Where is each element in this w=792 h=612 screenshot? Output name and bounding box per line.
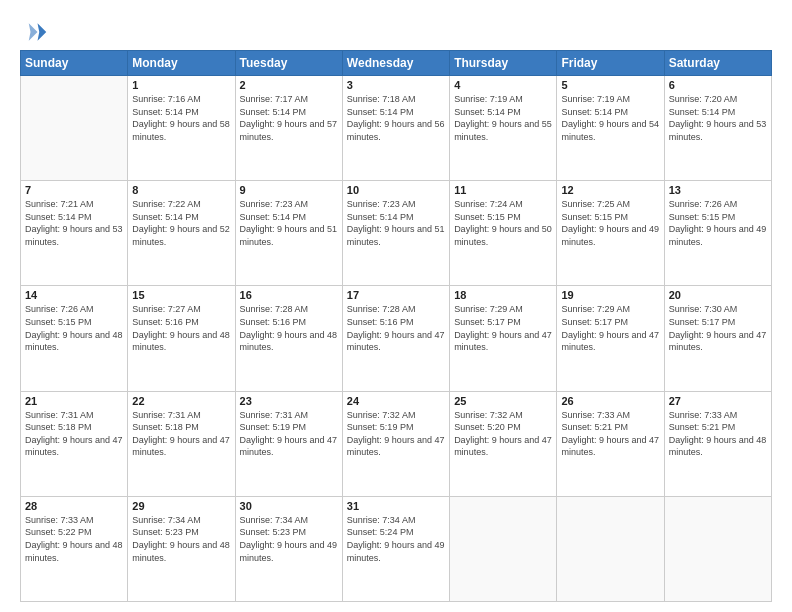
sun-info: Sunrise: 7:31 AM Sunset: 5:19 PM Dayligh… (240, 409, 338, 459)
calendar-cell: 9Sunrise: 7:23 AM Sunset: 5:14 PM Daylig… (235, 181, 342, 286)
day-number: 19 (561, 289, 659, 301)
calendar-header-tuesday: Tuesday (235, 51, 342, 76)
day-number: 7 (25, 184, 123, 196)
calendar-cell: 6Sunrise: 7:20 AM Sunset: 5:14 PM Daylig… (664, 76, 771, 181)
sun-info: Sunrise: 7:22 AM Sunset: 5:14 PM Dayligh… (132, 198, 230, 248)
day-number: 13 (669, 184, 767, 196)
calendar-cell (664, 496, 771, 601)
day-number: 28 (25, 500, 123, 512)
sun-info: Sunrise: 7:29 AM Sunset: 5:17 PM Dayligh… (561, 303, 659, 353)
calendar-cell (450, 496, 557, 601)
calendar-header-saturday: Saturday (664, 51, 771, 76)
calendar-week-row: 14Sunrise: 7:26 AM Sunset: 5:15 PM Dayli… (21, 286, 772, 391)
day-number: 29 (132, 500, 230, 512)
header (20, 18, 772, 46)
sun-info: Sunrise: 7:20 AM Sunset: 5:14 PM Dayligh… (669, 93, 767, 143)
day-number: 20 (669, 289, 767, 301)
day-number: 27 (669, 395, 767, 407)
calendar-header-friday: Friday (557, 51, 664, 76)
day-number: 8 (132, 184, 230, 196)
day-number: 25 (454, 395, 552, 407)
sun-info: Sunrise: 7:26 AM Sunset: 5:15 PM Dayligh… (669, 198, 767, 248)
sun-info: Sunrise: 7:28 AM Sunset: 5:16 PM Dayligh… (240, 303, 338, 353)
sun-info: Sunrise: 7:34 AM Sunset: 5:24 PM Dayligh… (347, 514, 445, 564)
day-number: 12 (561, 184, 659, 196)
calendar-cell: 16Sunrise: 7:28 AM Sunset: 5:16 PM Dayli… (235, 286, 342, 391)
calendar-cell: 31Sunrise: 7:34 AM Sunset: 5:24 PM Dayli… (342, 496, 449, 601)
sun-info: Sunrise: 7:33 AM Sunset: 5:22 PM Dayligh… (25, 514, 123, 564)
calendar-header-monday: Monday (128, 51, 235, 76)
sun-info: Sunrise: 7:31 AM Sunset: 5:18 PM Dayligh… (25, 409, 123, 459)
calendar-week-row: 1Sunrise: 7:16 AM Sunset: 5:14 PM Daylig… (21, 76, 772, 181)
sun-info: Sunrise: 7:26 AM Sunset: 5:15 PM Dayligh… (25, 303, 123, 353)
calendar-cell (557, 496, 664, 601)
calendar-cell: 21Sunrise: 7:31 AM Sunset: 5:18 PM Dayli… (21, 391, 128, 496)
calendar-cell (21, 76, 128, 181)
day-number: 16 (240, 289, 338, 301)
logo (20, 18, 52, 46)
calendar-header-wednesday: Wednesday (342, 51, 449, 76)
calendar-table: SundayMondayTuesdayWednesdayThursdayFrid… (20, 50, 772, 602)
sun-info: Sunrise: 7:19 AM Sunset: 5:14 PM Dayligh… (454, 93, 552, 143)
sun-info: Sunrise: 7:28 AM Sunset: 5:16 PM Dayligh… (347, 303, 445, 353)
sun-info: Sunrise: 7:18 AM Sunset: 5:14 PM Dayligh… (347, 93, 445, 143)
day-number: 30 (240, 500, 338, 512)
sun-info: Sunrise: 7:31 AM Sunset: 5:18 PM Dayligh… (132, 409, 230, 459)
calendar-cell: 14Sunrise: 7:26 AM Sunset: 5:15 PM Dayli… (21, 286, 128, 391)
sun-info: Sunrise: 7:34 AM Sunset: 5:23 PM Dayligh… (240, 514, 338, 564)
calendar-cell: 12Sunrise: 7:25 AM Sunset: 5:15 PM Dayli… (557, 181, 664, 286)
day-number: 4 (454, 79, 552, 91)
sun-info: Sunrise: 7:16 AM Sunset: 5:14 PM Dayligh… (132, 93, 230, 143)
day-number: 6 (669, 79, 767, 91)
calendar-cell: 20Sunrise: 7:30 AM Sunset: 5:17 PM Dayli… (664, 286, 771, 391)
sun-info: Sunrise: 7:19 AM Sunset: 5:14 PM Dayligh… (561, 93, 659, 143)
calendar-week-row: 21Sunrise: 7:31 AM Sunset: 5:18 PM Dayli… (21, 391, 772, 496)
day-number: 26 (561, 395, 659, 407)
day-number: 10 (347, 184, 445, 196)
calendar-header-sunday: Sunday (21, 51, 128, 76)
day-number: 2 (240, 79, 338, 91)
day-number: 24 (347, 395, 445, 407)
day-number: 18 (454, 289, 552, 301)
day-number: 1 (132, 79, 230, 91)
calendar-cell: 28Sunrise: 7:33 AM Sunset: 5:22 PM Dayli… (21, 496, 128, 601)
sun-info: Sunrise: 7:32 AM Sunset: 5:20 PM Dayligh… (454, 409, 552, 459)
day-number: 11 (454, 184, 552, 196)
calendar-cell: 17Sunrise: 7:28 AM Sunset: 5:16 PM Dayli… (342, 286, 449, 391)
sun-info: Sunrise: 7:27 AM Sunset: 5:16 PM Dayligh… (132, 303, 230, 353)
calendar-cell: 8Sunrise: 7:22 AM Sunset: 5:14 PM Daylig… (128, 181, 235, 286)
sun-info: Sunrise: 7:30 AM Sunset: 5:17 PM Dayligh… (669, 303, 767, 353)
day-number: 23 (240, 395, 338, 407)
sun-info: Sunrise: 7:23 AM Sunset: 5:14 PM Dayligh… (240, 198, 338, 248)
calendar-cell: 18Sunrise: 7:29 AM Sunset: 5:17 PM Dayli… (450, 286, 557, 391)
sun-info: Sunrise: 7:24 AM Sunset: 5:15 PM Dayligh… (454, 198, 552, 248)
sun-info: Sunrise: 7:29 AM Sunset: 5:17 PM Dayligh… (454, 303, 552, 353)
day-number: 31 (347, 500, 445, 512)
day-number: 9 (240, 184, 338, 196)
day-number: 17 (347, 289, 445, 301)
calendar-cell: 1Sunrise: 7:16 AM Sunset: 5:14 PM Daylig… (128, 76, 235, 181)
sun-info: Sunrise: 7:21 AM Sunset: 5:14 PM Dayligh… (25, 198, 123, 248)
day-number: 14 (25, 289, 123, 301)
calendar-cell: 2Sunrise: 7:17 AM Sunset: 5:14 PM Daylig… (235, 76, 342, 181)
sun-info: Sunrise: 7:17 AM Sunset: 5:14 PM Dayligh… (240, 93, 338, 143)
day-number: 5 (561, 79, 659, 91)
calendar-header-row: SundayMondayTuesdayWednesdayThursdayFrid… (21, 51, 772, 76)
logo-icon (20, 18, 48, 46)
sun-info: Sunrise: 7:34 AM Sunset: 5:23 PM Dayligh… (132, 514, 230, 564)
calendar-cell: 26Sunrise: 7:33 AM Sunset: 5:21 PM Dayli… (557, 391, 664, 496)
calendar-cell: 24Sunrise: 7:32 AM Sunset: 5:19 PM Dayli… (342, 391, 449, 496)
calendar-cell: 22Sunrise: 7:31 AM Sunset: 5:18 PM Dayli… (128, 391, 235, 496)
calendar-cell: 13Sunrise: 7:26 AM Sunset: 5:15 PM Dayli… (664, 181, 771, 286)
calendar-week-row: 28Sunrise: 7:33 AM Sunset: 5:22 PM Dayli… (21, 496, 772, 601)
day-number: 3 (347, 79, 445, 91)
page: SundayMondayTuesdayWednesdayThursdayFrid… (0, 0, 792, 612)
sun-info: Sunrise: 7:33 AM Sunset: 5:21 PM Dayligh… (561, 409, 659, 459)
calendar-cell: 30Sunrise: 7:34 AM Sunset: 5:23 PM Dayli… (235, 496, 342, 601)
sun-info: Sunrise: 7:32 AM Sunset: 5:19 PM Dayligh… (347, 409, 445, 459)
calendar-cell: 4Sunrise: 7:19 AM Sunset: 5:14 PM Daylig… (450, 76, 557, 181)
calendar-week-row: 7Sunrise: 7:21 AM Sunset: 5:14 PM Daylig… (21, 181, 772, 286)
sun-info: Sunrise: 7:25 AM Sunset: 5:15 PM Dayligh… (561, 198, 659, 248)
day-number: 21 (25, 395, 123, 407)
calendar-cell: 3Sunrise: 7:18 AM Sunset: 5:14 PM Daylig… (342, 76, 449, 181)
